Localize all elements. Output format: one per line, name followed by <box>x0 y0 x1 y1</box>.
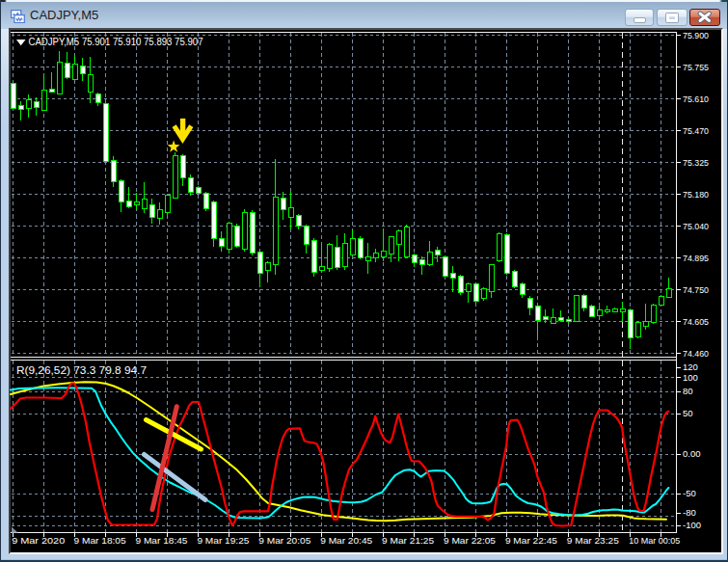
svg-text:100: 100 <box>683 372 698 383</box>
svg-text:74.750: 74.750 <box>683 284 709 295</box>
svg-text:9 Mar 18:45: 9 Mar 18:45 <box>136 535 189 546</box>
svg-text:-100: -100 <box>683 520 701 530</box>
svg-text:74.460: 74.460 <box>683 348 709 359</box>
svg-text:9 Mar 23:25: 9 Mar 23:25 <box>567 535 620 546</box>
svg-text:75.610: 75.610 <box>683 94 709 104</box>
svg-text:-80: -80 <box>683 507 696 518</box>
svg-text:-50: -50 <box>683 488 696 498</box>
svg-text:80: 80 <box>683 386 693 396</box>
svg-text:74.605: 74.605 <box>683 316 709 327</box>
svg-text:75.180: 75.180 <box>683 189 709 200</box>
svg-text:74.895: 74.895 <box>683 253 709 263</box>
svg-text:75.040: 75.040 <box>683 221 709 231</box>
svg-text:75.900: 75.900 <box>683 30 709 40</box>
svg-text:75.755: 75.755 <box>683 62 709 72</box>
svg-text:75.325: 75.325 <box>683 157 709 168</box>
svg-text:0.00: 0.00 <box>683 448 701 459</box>
svg-text:9 Mar 22:05: 9 Mar 22:05 <box>444 535 497 546</box>
svg-text:9 Mar 21:25: 9 Mar 21:25 <box>382 535 435 546</box>
svg-text:R(9,26,52) 73.3 79.8 94.7: R(9,26,52) 73.3 79.8 94.7 <box>16 365 148 376</box>
svg-text:120: 120 <box>683 361 698 372</box>
svg-text:9 Mar 20:45: 9 Mar 20:45 <box>320 535 373 546</box>
svg-text:75.470: 75.470 <box>683 125 709 136</box>
svg-text:50: 50 <box>683 408 693 418</box>
svg-text:10 Mar 00:05: 10 Mar 00:05 <box>629 535 681 546</box>
svg-text:9 Mar 18:05: 9 Mar 18:05 <box>74 535 127 546</box>
svg-text:9 Mar 2020: 9 Mar 2020 <box>12 535 66 546</box>
svg-text:9 Mar 20:05: 9 Mar 20:05 <box>258 535 311 546</box>
svg-text:9 Mar 22:45: 9 Mar 22:45 <box>505 535 558 546</box>
svg-text:CADJPY,M5 75.901 75.910 75.89: CADJPY,M5 75.901 75.910 75.893 75.907 <box>29 37 203 47</box>
svg-text:9 Mar 19:25: 9 Mar 19:25 <box>197 535 250 546</box>
